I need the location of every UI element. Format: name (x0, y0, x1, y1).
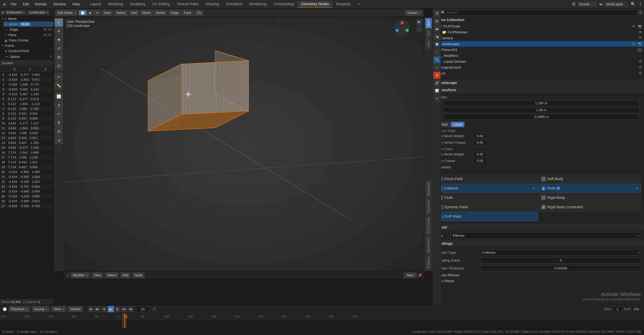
outliner-row-sun[interactable]: ☀ Sun 👁 (433, 70, 644, 76)
tab-geometry-nodes[interactable]: Geometry Nodes (298, 1, 332, 7)
measure-tool-btn[interactable]: 📏 (55, 82, 63, 90)
node-select-menu[interactable]: Select (105, 273, 118, 278)
menu-window[interactable]: Window (50, 1, 69, 7)
rotate-tool-btn[interactable]: ↺ (55, 45, 63, 53)
select-menu[interactable]: Select (114, 10, 128, 15)
tab-compositing[interactable]: Compositing (270, 1, 297, 7)
fluid-check-icon[interactable]: ✓ (556, 187, 560, 190)
node-node-menu[interactable]: Node (132, 273, 144, 278)
transform-section-header[interactable]: ▿ Transform (433, 86, 644, 94)
tab-modeling[interactable]: Modeling (105, 1, 126, 7)
uv-menu[interactable]: UV (194, 10, 204, 15)
search-icon[interactable]: 🔍 (630, 1, 636, 7)
tab-add[interactable]: + (354, 1, 363, 7)
jump-end-btn[interactable]: ⏭ (121, 306, 127, 312)
vertex-menu[interactable]: Vertex (154, 10, 168, 15)
outliner-row-plane002[interactable]: □ Plane.002 (436, 47, 644, 53)
start-frame-input[interactable]: 1 (612, 306, 622, 312)
modifiers-prop-icon[interactable]: 🔧 (434, 56, 440, 63)
tree-spline[interactable]: 〜 Spline 0 (3, 54, 53, 60)
inset-btn[interactable]: ⊟ (55, 127, 63, 135)
zoom-in-btn[interactable]: 🔍 (416, 19, 422, 25)
annotate-tool-btn[interactable]: ✏ (55, 73, 63, 81)
menu-edit[interactable]: Edit (20, 1, 32, 7)
node-new-btn[interactable]: New (404, 273, 416, 278)
blenderkit-tab[interactable]: BlenderKit (425, 236, 432, 255)
eye-icon[interactable]: 👁 (632, 24, 636, 28)
fm-eye-icon[interactable]: 👁 (639, 30, 642, 34)
outliner-row-flipfluids[interactable]: ▿ 📁 FLIPFluids 👁 📷 (433, 23, 644, 29)
current-frame-input[interactable]: 20 (136, 306, 150, 312)
cursor-tool-btn[interactable]: ✛ (55, 27, 63, 35)
scale-tool-btn[interactable]: ⊞ (55, 53, 63, 61)
node-add-menu[interactable]: Add (120, 273, 131, 278)
add-menu[interactable]: Add (129, 10, 139, 15)
z-value-input[interactable]: -5.9085 m (443, 114, 639, 120)
collision-x-btn[interactable]: ✕ (532, 186, 536, 190)
flip-fluids-side-tab[interactable]: FLIP Fluids (425, 215, 432, 235)
fluid-btn[interactable]: 💧 Fluid ✓ ✕ (539, 184, 641, 193)
y-value-input[interactable]: 1.38 m (443, 107, 639, 113)
fluid-section-header[interactable]: ▿ Fluid (433, 224, 644, 231)
transform-dropdown[interactable]: Global ▾ (405, 10, 422, 15)
navigation-gizmo[interactable]: X Y Z (394, 19, 410, 36)
step-forward-btn[interactable]: ⏵ (114, 306, 120, 312)
tab-layout[interactable]: Layout (86, 1, 104, 7)
tab-uv-editing[interactable]: UV Editing (149, 1, 173, 7)
keying-dropdown[interactable]: Keying▾ (32, 306, 50, 312)
bevel-btn[interactable]: ⊿ (55, 136, 63, 144)
outliner-row-flipmeshes[interactable]: ▶ 📁 FLIPMeshes 👁 (436, 29, 644, 35)
world-prop-icon[interactable]: 🌍 (434, 41, 440, 48)
jump-start-btn[interactable]: ⏮ (88, 306, 94, 312)
cam-eye-icon[interactable]: 👁 (639, 36, 642, 40)
tree-curve[interactable]: ▿ Curve (0, 43, 53, 48)
blender-logo[interactable]: ● (2, 1, 7, 7)
item-tab[interactable]: Item (425, 18, 432, 28)
output-prop-icon[interactable]: 🖼 (434, 18, 440, 25)
extrude-btn[interactable]: ⬆ (55, 119, 63, 127)
rigid-body-constraint-btn[interactable]: 🔗 Rigid Body Constraint (539, 203, 641, 211)
tree-face-corner[interactable]: ◣ Face Corner (3, 37, 53, 43)
view-layer-name[interactable]: ViewLayer (604, 1, 628, 7)
physics-prop-icon[interactable]: ⚡ (434, 72, 440, 79)
x-value-input[interactable]: 1.256 m (443, 100, 639, 106)
jump-back-btn[interactable]: ⏭ (94, 306, 100, 312)
knife-btn[interactable]: ✂ (55, 110, 63, 118)
tree-vertex[interactable]: ● Vertex 16.5K (3, 21, 53, 27)
material-shading-btn[interactable]: ◐ (87, 10, 94, 15)
constraints-prop-icon[interactable]: 🔗 (434, 79, 440, 86)
force-field-btn[interactable]: ⚡ Force Field (436, 175, 538, 183)
spread-icon[interactable]: ⊞ (1, 10, 4, 14)
rigid-body-btn[interactable]: ⬡ Rigid Body (539, 193, 641, 202)
fluid-type-dropdown[interactable]: Effector ▾ (450, 232, 641, 239)
view-menu[interactable]: View (102, 10, 113, 15)
view-tab[interactable]: View (425, 39, 432, 50)
outliner-row-originalmesh[interactable]: ▿ ▿ originalmesh 👁 (433, 64, 644, 70)
dynamic-paint-btn[interactable]: 🖌 Dynamic Paint (436, 203, 538, 211)
select-tool-btn[interactable]: ↖ (55, 18, 63, 26)
step-back-btn[interactable]: ⏴ (101, 306, 107, 312)
tab-animation[interactable]: Animation (222, 1, 246, 7)
tab-scripting[interactable]: Scripting (333, 1, 354, 7)
tab-texture-paint[interactable]: Texture Paint (174, 1, 202, 7)
outliner-row-modifiers[interactable]: 🔧 Modifiers (436, 53, 644, 59)
om-eye-icon[interactable]: 👁 (639, 65, 642, 69)
emc-value[interactable]: 0.00 (473, 158, 487, 163)
material-prop-icon[interactable]: ● (434, 95, 440, 102)
properties-link[interactable]: Properties (435, 164, 642, 170)
scene-name[interactable]: Scene (578, 1, 598, 7)
marker-dropdown[interactable]: Marker (68, 306, 83, 312)
add-cube-btn[interactable]: ⬜ (55, 92, 63, 101)
mvc-value[interactable]: 0.00 (473, 140, 487, 145)
sampling-input[interactable]: 0 (480, 257, 641, 263)
filter-icon[interactable]: ⚙ (639, 10, 642, 14)
rigidbody-tab[interactable]: Rigidbody (425, 180, 432, 198)
node-modifier-dropdown[interactable]: Modifier▾ (70, 273, 90, 278)
soft-body-btn[interactable]: ◯ Soft Body (539, 175, 641, 183)
mesh-menu[interactable]: Mesh (140, 10, 153, 15)
menu-render[interactable]: Render (32, 1, 50, 7)
tree-face[interactable]: □ Face 16.2K (3, 32, 53, 37)
scene-prop-icon[interactable]: 🎭 (434, 33, 440, 40)
object-prop-icon[interactable]: ▿ (434, 49, 440, 56)
tab-sculpting[interactable]: Sculpting (127, 1, 149, 7)
